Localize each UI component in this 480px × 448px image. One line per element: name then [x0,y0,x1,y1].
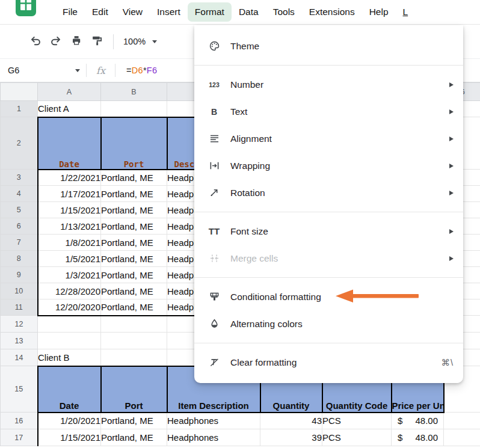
menubar-item-file[interactable]: File [55,2,85,22]
cell[interactable]: Portland, ME [101,186,167,202]
cell[interactable]: $48.00 [392,429,444,446]
cell[interactable]: $48.00 [392,413,444,429]
cell[interactable]: 1/17/2021 [38,186,101,202]
cell-a14[interactable]: Client B [38,349,101,366]
formula-input[interactable]: =D6*F6 [122,66,157,75]
align-left-icon [207,133,221,144]
menubar-item-insert[interactable]: Insert [150,2,188,22]
cell[interactable]: Portland, ME [101,299,167,316]
cell[interactable]: 1/22/2021 [38,170,101,186]
menu-item-theme[interactable]: Theme [194,32,463,60]
menu-item-conditional-formatting[interactable]: Conditional formatting [194,283,463,310]
row-header[interactable]: 17 [1,429,38,446]
menubar-item-view[interactable]: View [115,2,150,22]
menu-item-number[interactable]: 123 Number [194,71,463,98]
cell[interactable]: 1/13/2021 [38,218,101,235]
row-header[interactable]: 11 [1,299,38,316]
menu-item-text[interactable]: B Text [194,98,463,125]
row-header[interactable]: 5 [1,202,38,218]
cell[interactable] [101,316,167,333]
row-header[interactable]: 13 [1,333,38,349]
menubar-item-edit[interactable]: Edit [85,2,115,22]
menu-item-font-size[interactable]: TT Font size [194,218,463,245]
cell[interactable]: 1/20/2021 [38,413,101,429]
menu-divider [194,65,463,66]
name-box[interactable]: G6 [0,66,80,75]
row-header[interactable]: 3 [1,170,38,186]
menubar-item-tools[interactable]: Tools [266,2,302,22]
cell[interactable]: Headphones [167,413,260,429]
cell[interactable]: Portland, ME [101,170,167,186]
row-header[interactable]: 8 [1,251,38,267]
cell[interactable]: Portland, ME [101,202,167,218]
row-header[interactable]: 14 [1,349,38,366]
row-header[interactable]: 16 [1,413,38,429]
menu-item-clear-formatting[interactable]: Clear formatting ⌘\ [194,349,463,376]
row-header[interactable]: 4 [1,186,38,202]
table1-header-date[interactable]: Date [38,117,101,170]
paint-format-button[interactable] [87,31,107,52]
menu-item-alternating-colors[interactable]: Alternating colors [194,310,463,337]
menubar-item-truncated[interactable]: L [396,2,411,22]
row-header[interactable]: 10 [1,283,38,299]
cell[interactable]: 12/20/2020 [38,299,101,316]
row-header[interactable]: 6 [1,218,38,235]
menu-item-alignment[interactable]: Alignment [194,125,463,152]
print-button[interactable] [66,31,87,52]
cell[interactable] [444,429,480,446]
submenu-arrow-icon [449,191,454,195]
row-header[interactable]: 7 [1,235,38,251]
cell[interactable]: 39 [260,429,322,446]
menubar-item-extensions[interactable]: Extensions [302,2,362,22]
column-header-b[interactable]: B [101,83,167,101]
cell[interactable]: 1/5/2021 [38,251,101,267]
cell[interactable] [38,333,101,349]
table1-header-port[interactable]: Port [101,117,167,170]
sheets-logo-icon[interactable] [16,0,36,20]
cell[interactable]: Portland, ME [101,267,167,283]
cell[interactable]: Portland, ME [101,429,167,446]
column-header-a[interactable]: A [38,83,101,101]
menubar-item-help[interactable]: Help [362,2,396,22]
row-header[interactable]: 1 [1,101,38,117]
cell[interactable]: 1/8/2021 [38,235,101,251]
cell[interactable]: Portland, ME [101,283,167,299]
cell-a1[interactable]: Client A [38,101,101,117]
cell[interactable]: PCS [322,413,392,429]
cell[interactable] [101,101,167,117]
menu-item-wrapping[interactable]: Wrapping [194,152,463,179]
row-header[interactable]: 12 [1,316,38,333]
cell[interactable]: 1/15/2021 [38,429,101,446]
cell[interactable]: 43 [260,413,322,429]
menubar-item-data[interactable]: Data [232,2,266,22]
cell[interactable]: Portland, ME [101,251,167,267]
cell[interactable] [38,316,101,333]
undo-button[interactable] [25,31,46,52]
fx-icon: fx [93,65,109,76]
row-header[interactable]: 2 [1,117,38,170]
zoom-control[interactable]: 100% [120,37,161,46]
cell[interactable]: Headphones [167,429,260,446]
menubar-item-format[interactable]: Format [188,2,232,22]
select-all-corner[interactable] [1,83,38,101]
submenu-arrow-icon [449,164,454,168]
cell[interactable]: PCS [322,429,392,446]
menu-item-merge-cells[interactable]: Merge cells [194,245,463,272]
paint-brush-icon [207,291,221,302]
cell[interactable]: Portland, ME [101,218,167,235]
cell[interactable] [101,333,167,349]
bold-icon: B [207,107,221,117]
cell[interactable]: Portland, ME [101,235,167,251]
redo-button[interactable] [46,31,66,52]
cell[interactable] [101,349,167,366]
row-header[interactable]: 15 [1,366,38,413]
table2-header-port[interactable]: Port [101,366,167,413]
cell[interactable]: 1/3/2021 [38,267,101,283]
cell[interactable] [444,413,480,429]
row-header[interactable]: 9 [1,267,38,283]
cell[interactable]: Portland, ME [101,413,167,429]
table2-header-date[interactable]: Date [38,366,101,413]
cell[interactable]: 1/15/2021 [38,202,101,218]
menu-item-rotation[interactable]: Rotation [194,179,463,206]
cell[interactable]: 12/28/2020 [38,283,101,299]
